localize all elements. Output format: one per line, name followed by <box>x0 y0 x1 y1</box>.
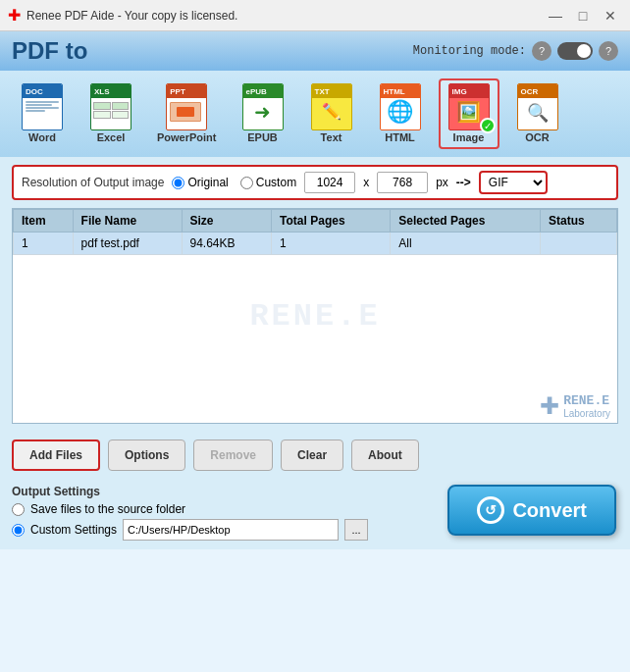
rene-sub: Laboratory <box>563 408 610 419</box>
format-select[interactable]: GIF JPG PNG BMP TIFF <box>479 171 548 194</box>
tool-word[interactable]: DOC Word <box>12 78 73 149</box>
ppt-label: PowerPoint <box>157 131 217 143</box>
original-label: Original <box>187 176 228 189</box>
minimize-button[interactable]: — <box>544 6 567 26</box>
x-separator: x <box>363 176 369 189</box>
word-file-icon: DOC <box>22 83 63 130</box>
tool-image[interactable]: IMG 🖼️ ✓ Image <box>439 78 499 149</box>
monitoring-help-button[interactable]: ? <box>532 41 551 61</box>
txt-icon-wrap: TXT ✏️ <box>309 84 354 129</box>
cell-item: 1 <box>14 233 74 255</box>
tool-powerpoint[interactable]: PPT PowerPoint <box>149 78 225 149</box>
height-input[interactable] <box>377 172 428 193</box>
epub-label: EPUB <box>247 131 278 143</box>
convert-area: ↺ Convert <box>447 485 616 536</box>
app-title: Renee PDF Aide - Your copy is licensed. <box>26 9 544 23</box>
col-item: Item <box>14 210 74 233</box>
excel-icon-wrap: XLS <box>88 84 133 129</box>
html-label: HTML <box>385 131 415 143</box>
ppt-icon-top: PPT <box>167 84 206 98</box>
file-table-area: Item File Name Size Total Pages Selected… <box>12 208 618 424</box>
width-input[interactable] <box>304 172 355 193</box>
table-header-row: Item File Name Size Total Pages Selected… <box>14 210 617 233</box>
monitoring-label: Monitoring mode: <box>413 44 526 58</box>
epub-icon-top: ePUB <box>243 84 283 98</box>
excel-label: Excel <box>97 131 126 143</box>
ppt-icon-wrap: PPT <box>164 84 209 129</box>
bottom-section: Add Files Options Remove Clear About Out… <box>0 432 630 549</box>
convert-icon: ↺ <box>477 496 504 524</box>
image-label: Image <box>453 131 485 143</box>
col-total-pages: Total Pages <box>272 210 391 233</box>
toggle-knob <box>577 44 591 58</box>
path-input[interactable] <box>123 519 339 541</box>
arrow-label: --> <box>456 176 471 189</box>
cell-total-pages: 1 <box>272 233 391 255</box>
img-icon-top: IMG <box>449 84 489 98</box>
table-row[interactable]: 1 pdf test.pdf 94.64KB 1 All <box>14 233 617 255</box>
resolution-row: Resolution of Output image Original Cust… <box>12 165 618 200</box>
word-label: Word <box>28 131 56 143</box>
tool-ocr[interactable]: OCR 🔍 OCR <box>507 78 568 149</box>
col-filename: File Name <box>73 210 182 233</box>
options-button[interactable]: Options <box>108 439 185 471</box>
active-check-badge: ✓ <box>480 118 496 133</box>
resolution-label: Resolution of Output image <box>22 176 164 189</box>
main-window: PDF to Monitoring mode: ? ? DOC Word <box>0 31 630 672</box>
epub-file-icon: ePUB ➜ <box>242 83 284 130</box>
text-label: Text <box>321 131 342 143</box>
custom-label: Custom <box>256 176 296 189</box>
header: PDF to Monitoring mode: ? ? <box>0 31 630 71</box>
ocr-label: OCR <box>525 131 549 143</box>
close-button[interactable]: ✕ <box>599 6 622 26</box>
html-file-icon: HTML 🌐 <box>380 83 421 130</box>
custom-radio[interactable] <box>240 177 253 189</box>
monitoring-toggle[interactable] <box>557 42 593 60</box>
file-table-wrap[interactable]: Item File Name Size Total Pages Selected… <box>12 208 618 424</box>
resolution-radio-group: Original Custom <box>172 176 296 189</box>
clear-button[interactable]: Clear <box>281 439 343 471</box>
tool-html[interactable]: HTML 🌐 HTML <box>370 78 431 149</box>
add-files-button[interactable]: Add Files <box>12 439 100 471</box>
save-source-label: Save files to the source folder <box>30 502 185 516</box>
remove-button[interactable]: Remove <box>193 439 273 471</box>
monitoring-area: Monitoring mode: ? ? <box>413 41 618 61</box>
tool-text[interactable]: TXT ✏️ Text <box>301 78 362 149</box>
help-button[interactable]: ? <box>599 41 618 61</box>
app-icon: ✚ <box>8 6 21 25</box>
ocr-icon-top: OCR <box>518 84 557 98</box>
tool-excel[interactable]: XLS Excel <box>80 78 141 149</box>
pdf-to-label: PDF to <box>12 37 87 65</box>
title-bar: ✚ Renee PDF Aide - Your copy is licensed… <box>0 0 630 31</box>
cell-selected-pages: All <box>391 233 541 255</box>
html-icon-wrap: HTML 🌐 <box>378 84 423 129</box>
ocr-file-icon: OCR 🔍 <box>517 83 558 130</box>
file-table: Item File Name Size Total Pages Selected… <box>13 209 617 255</box>
content-area: Resolution of Output image Original Cust… <box>0 157 630 432</box>
original-radio-label[interactable]: Original <box>172 176 228 189</box>
cell-size: 94.64KB <box>182 233 272 255</box>
convert-label: Convert <box>512 499 587 522</box>
word-icon-wrap: DOC <box>20 84 65 129</box>
tools-row: DOC Word XLS Excel <box>0 71 630 157</box>
excel-icon-top: XLS <box>91 84 131 98</box>
img-icon-wrap: IMG 🖼️ ✓ <box>446 84 492 129</box>
convert-button[interactable]: ↺ Convert <box>447 485 616 536</box>
custom-radio-label[interactable]: Custom <box>240 176 296 189</box>
rene-text: RENE.E <box>563 393 610 408</box>
col-size: Size <box>182 210 272 233</box>
html-icon-top: HTML <box>381 84 420 98</box>
txt-file-icon: TXT ✏️ <box>311 83 352 130</box>
col-selected-pages: Selected Pages <box>391 210 541 233</box>
custom-settings-label: Custom Settings <box>30 523 117 537</box>
action-buttons: Add Files Options Remove Clear About <box>0 432 630 479</box>
custom-settings-radio[interactable] <box>12 524 25 537</box>
epub-icon-wrap: ePUB ➜ <box>240 84 286 129</box>
maximize-button[interactable]: □ <box>571 6 595 26</box>
cell-status <box>540 233 616 255</box>
original-radio[interactable] <box>172 177 184 189</box>
save-source-radio[interactable] <box>12 503 25 516</box>
browse-button[interactable]: ... <box>344 519 368 541</box>
tool-epub[interactable]: ePUB ➜ EPUB <box>233 78 293 149</box>
about-button[interactable]: About <box>351 439 419 471</box>
